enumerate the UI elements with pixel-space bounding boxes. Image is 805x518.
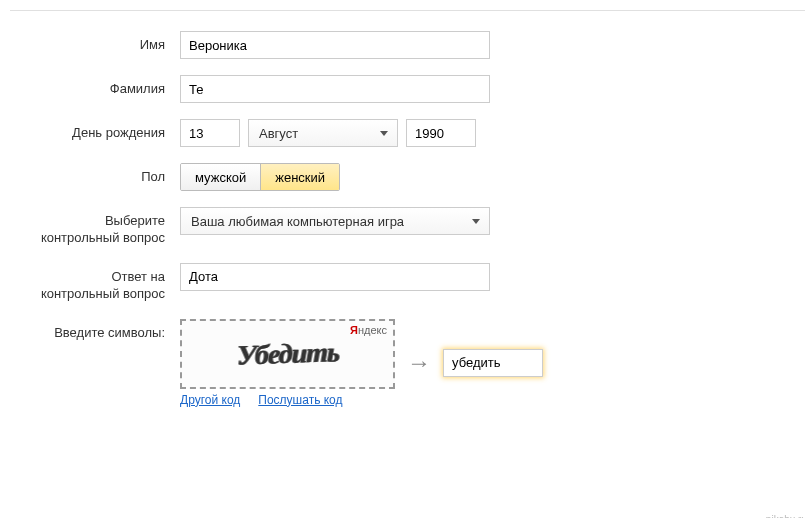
captcha-image: Яндекс Убедить	[180, 319, 395, 389]
security-question-select[interactable]: Ваша любимая компьютерная игра	[180, 207, 490, 235]
first-name-input[interactable]	[180, 31, 490, 59]
watermark: pikabu.ru	[766, 514, 805, 518]
captcha-box: Яндекс Убедить Другой код Послушать код	[180, 319, 395, 407]
row-birthday: День рождения Август	[40, 119, 785, 147]
label-last-name: Фамилия	[40, 75, 180, 98]
last-name-input[interactable]	[180, 75, 490, 103]
label-birthday: День рождения	[40, 119, 180, 142]
gender-female-button[interactable]: женский	[260, 164, 339, 190]
gender-toggle: мужской женский	[180, 163, 340, 191]
row-first-name: Имя	[40, 31, 785, 59]
label-gender: Пол	[40, 163, 180, 186]
birthday-month-select[interactable]: Август	[248, 119, 398, 147]
birthday-year-input[interactable]	[406, 119, 476, 147]
row-security-answer: Ответ на контрольный вопрос	[40, 263, 785, 303]
label-captcha: Введите символы:	[40, 319, 180, 342]
label-security-answer: Ответ на контрольный вопрос	[40, 263, 180, 303]
security-answer-input[interactable]	[180, 263, 490, 291]
security-question-value: Ваша любимая компьютерная игра	[191, 214, 404, 229]
registration-form: Имя Фамилия День рождения Август Пол муж…	[10, 10, 805, 500]
captcha-word: Убедить	[237, 336, 339, 372]
captcha-input[interactable]	[443, 349, 543, 377]
row-captcha: Введите символы: Яндекс Убедить Другой к…	[40, 319, 785, 407]
row-last-name: Фамилия	[40, 75, 785, 103]
arrow-right-icon: →	[407, 349, 431, 377]
captcha-brand: Яндекс	[350, 324, 387, 336]
label-security-question: Выберите контрольный вопрос	[40, 207, 180, 247]
captcha-listen-link[interactable]: Послушать код	[258, 393, 342, 407]
captcha-links: Другой код Послушать код	[180, 393, 395, 407]
row-gender: Пол мужской женский	[40, 163, 785, 191]
row-security-question: Выберите контрольный вопрос Ваша любимая…	[40, 207, 785, 247]
gender-male-button[interactable]: мужской	[181, 164, 260, 190]
label-first-name: Имя	[40, 31, 180, 54]
captcha-new-code-link[interactable]: Другой код	[180, 393, 240, 407]
birthday-month-value: Август	[259, 126, 298, 141]
birthday-day-input[interactable]	[180, 119, 240, 147]
